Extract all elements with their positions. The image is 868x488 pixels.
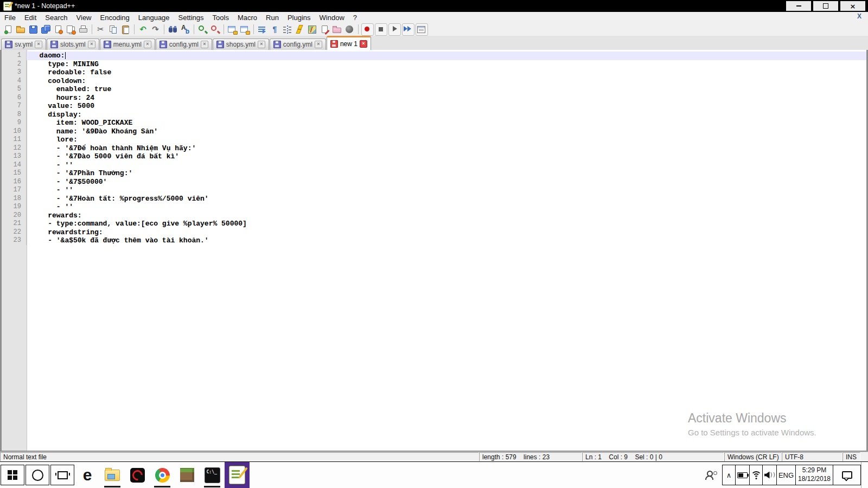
- paste-icon[interactable]: [120, 24, 131, 35]
- tab-label: slots.yml: [60, 41, 86, 48]
- monitoring-icon[interactable]: [344, 24, 355, 35]
- language-indicator[interactable]: ENG: [776, 465, 796, 485]
- line-number: 22: [2, 228, 27, 237]
- status-bar: Normal text file length : 579 lines : 23…: [0, 452, 868, 461]
- document-switcher-icon[interactable]: [319, 24, 330, 35]
- close-document-x-button[interactable]: X: [857, 12, 861, 20]
- macro-save-icon[interactable]: [416, 23, 428, 36]
- battery-icon[interactable]: [735, 465, 750, 485]
- menu-encoding[interactable]: Encoding: [96, 12, 134, 23]
- cut-icon[interactable]: [95, 24, 106, 35]
- taskbar-file-explorer-button[interactable]: [100, 462, 125, 488]
- people-icon[interactable]: [705, 471, 717, 480]
- macro-stop-icon[interactable]: [375, 23, 387, 36]
- menu-help[interactable]: ?: [349, 12, 361, 23]
- taskbar-start-button[interactable]: [1, 465, 24, 485]
- menu-edit[interactable]: Edit: [20, 12, 41, 23]
- show-all-characters-icon[interactable]: [269, 24, 280, 35]
- macro-play-icon[interactable]: [388, 23, 401, 36]
- tab-label: config.yml: [283, 41, 312, 48]
- tab-shops-yml[interactable]: shops.yml×: [213, 38, 269, 50]
- text-area[interactable]: 1 daomo:2 type: MINING3 redoable: false4…: [2, 50, 866, 245]
- menu-search[interactable]: Search: [41, 12, 72, 23]
- code-text: - '&7Đào 5000 viên đá bất kì': [27, 152, 866, 161]
- taskbar-garena-button[interactable]: [125, 462, 150, 488]
- line-number: 11: [2, 136, 27, 144]
- tab-close-icon[interactable]: ×: [88, 41, 95, 48]
- print-icon[interactable]: [78, 24, 89, 35]
- sync-horizontal-icon[interactable]: [239, 24, 251, 35]
- code-text: redoable: false: [27, 68, 866, 77]
- tab-close-icon[interactable]: ×: [360, 40, 367, 48]
- new-file-icon[interactable]: [3, 24, 14, 35]
- menu-view[interactable]: View: [72, 12, 96, 23]
- tab-sv-yml[interactable]: sv.yml×: [1, 38, 46, 50]
- menu-tools[interactable]: Tools: [208, 12, 233, 23]
- close-file-icon[interactable]: [53, 24, 64, 35]
- clock[interactable]: 5:29 PM 18/12/2018: [795, 465, 833, 485]
- tab-label: shops.yml: [226, 41, 256, 48]
- menu-window[interactable]: Window: [315, 12, 349, 23]
- line-number: 12: [2, 144, 27, 153]
- tray-expand-button[interactable]: ∧: [722, 465, 736, 485]
- tab-menu-yml[interactable]: menu.yml×: [100, 38, 155, 50]
- redo-icon[interactable]: [150, 24, 161, 35]
- menu-settings[interactable]: Settings: [174, 12, 208, 23]
- undo-icon[interactable]: [137, 24, 149, 35]
- taskbar-task-view-button[interactable]: [50, 465, 74, 485]
- menu-file[interactable]: File: [0, 12, 20, 23]
- code-line: 9 item: WOOD_PICKAXE: [2, 119, 866, 127]
- document-map-icon[interactable]: [307, 24, 318, 35]
- replace-icon[interactable]: [180, 24, 191, 35]
- tab-close-icon[interactable]: ×: [201, 41, 208, 48]
- macro-record-icon[interactable]: [361, 23, 374, 36]
- file-modified-icon: [330, 40, 338, 48]
- indent-guide-icon[interactable]: [282, 24, 293, 35]
- tab-new-1[interactable]: new 1×: [327, 36, 371, 50]
- zoom-in-icon[interactable]: [197, 24, 208, 35]
- code-text: daomo:: [27, 52, 866, 60]
- folder-as-workspace-icon[interactable]: [331, 24, 343, 35]
- tab-close-icon[interactable]: ×: [258, 41, 265, 48]
- taskbar-notepad-plus-plus-button[interactable]: [225, 462, 250, 488]
- word-wrap-icon[interactable]: [257, 24, 268, 35]
- copy-icon[interactable]: [107, 24, 119, 35]
- tab-config-yml[interactable]: config.yml×: [156, 38, 212, 50]
- code-text: lore:: [27, 136, 866, 144]
- toolbar-separator: [164, 24, 164, 34]
- close-button[interactable]: ×: [840, 1, 865, 11]
- line-number: 3: [2, 68, 27, 77]
- taskbar-minecraft-button[interactable]: [175, 462, 200, 488]
- save-icon[interactable]: [28, 24, 39, 35]
- open-app-indicator: [204, 486, 220, 487]
- menu-language[interactable]: Language: [134, 12, 174, 23]
- close-all-icon[interactable]: [65, 24, 76, 35]
- volume-icon[interactable]: [762, 465, 777, 485]
- minimize-button[interactable]: [786, 1, 811, 11]
- zoom-out-icon[interactable]: [209, 24, 221, 35]
- restore-button[interactable]: [813, 1, 838, 11]
- save-all-icon[interactable]: [40, 24, 52, 35]
- macro-run-multiple-icon[interactable]: [402, 23, 414, 36]
- function-completion-icon[interactable]: [294, 24, 305, 35]
- find-icon[interactable]: [167, 24, 178, 35]
- tab-close-icon[interactable]: ×: [35, 41, 42, 48]
- open-file-icon[interactable]: [15, 24, 27, 35]
- show-desktop-button[interactable]: [861, 462, 868, 488]
- taskbar-cortana-button[interactable]: [25, 465, 49, 485]
- tab-close-icon[interactable]: ×: [144, 41, 151, 48]
- taskbar-edge-button[interactable]: e: [75, 462, 100, 488]
- tab-config-yml[interactable]: config.yml×: [270, 38, 326, 50]
- tab-close-icon[interactable]: ×: [315, 41, 322, 48]
- menu-run[interactable]: Run: [261, 12, 283, 23]
- line-number: 20: [2, 211, 27, 220]
- wifi-icon[interactable]: [749, 465, 763, 485]
- menu-macro[interactable]: Macro: [233, 12, 261, 23]
- sync-vertical-icon[interactable]: [227, 24, 238, 35]
- action-center-button[interactable]: [833, 465, 861, 485]
- action-center-icon: [842, 471, 852, 479]
- taskbar-chrome-button[interactable]: [150, 462, 175, 488]
- menu-plugins[interactable]: Plugins: [283, 12, 315, 23]
- tab-slots-yml[interactable]: slots.yml×: [47, 38, 99, 50]
- taskbar-cmd-button[interactable]: [200, 462, 225, 488]
